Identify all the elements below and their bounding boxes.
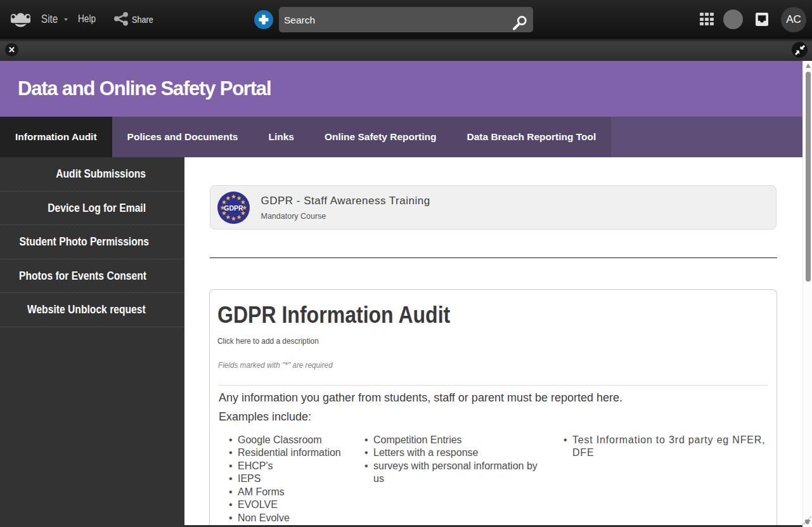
svg-text:GDPR: GDPR bbox=[224, 204, 243, 212]
